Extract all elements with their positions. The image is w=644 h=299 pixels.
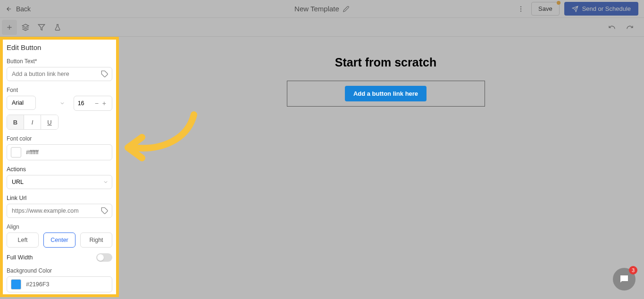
decrease-button[interactable]: −: [93, 100, 100, 107]
svg-rect-7: [622, 277, 627, 278]
bg-color-label: Background Color: [7, 267, 112, 274]
link-url-label: Link Url: [7, 195, 112, 201]
increase-button[interactable]: +: [100, 100, 108, 107]
chat-icon: [619, 274, 630, 285]
font-label: Font: [7, 87, 112, 93]
color-swatch-icon: [11, 279, 21, 290]
bg-color-picker[interactable]: #2196F3: [7, 276, 112, 292]
tag-icon[interactable]: [101, 70, 109, 78]
chat-widget[interactable]: 3: [613, 268, 636, 291]
font-select[interactable]: Arial: [7, 96, 36, 110]
full-width-toggle[interactable]: [96, 253, 112, 262]
color-swatch-icon: [11, 147, 21, 158]
font-color-value: #ffffff: [26, 149, 39, 156]
link-url-input[interactable]: [7, 204, 112, 218]
svg-rect-8: [622, 279, 625, 280]
chevron-down-icon: [59, 100, 65, 106]
toggle-knob-icon: [97, 254, 104, 261]
bg-color-value: #2196F3: [26, 281, 49, 288]
align-right-button[interactable]: Right: [80, 233, 112, 248]
align-left-button[interactable]: Left: [7, 233, 39, 248]
panel-title: Edit Button: [6, 43, 113, 51]
underline-button[interactable]: U: [41, 115, 58, 129]
button-text-input[interactable]: [7, 67, 112, 81]
font-size-stepper[interactable]: − +: [74, 96, 112, 111]
font-color-picker[interactable]: #ffffff: [7, 144, 112, 160]
font-color-label: Font color: [7, 135, 112, 142]
button-text-label: Button Text*: [7, 58, 112, 65]
edit-button-panel: Edit Button Button Text* Font Arial −: [3, 40, 116, 294]
bold-button[interactable]: B: [7, 115, 24, 129]
highlight-frame: Edit Button Button Text* Font Arial −: [0, 37, 119, 297]
font-size-input[interactable]: [78, 100, 93, 107]
actions-label: Actions: [7, 166, 112, 173]
align-center-button[interactable]: Center: [43, 233, 75, 248]
align-label: Align: [7, 224, 112, 230]
actions-select[interactable]: URL: [7, 175, 112, 189]
full-width-label: Full Width: [7, 254, 33, 261]
tag-icon[interactable]: [101, 207, 109, 215]
italic-button[interactable]: I: [24, 115, 41, 129]
chat-badge: 3: [629, 266, 637, 274]
